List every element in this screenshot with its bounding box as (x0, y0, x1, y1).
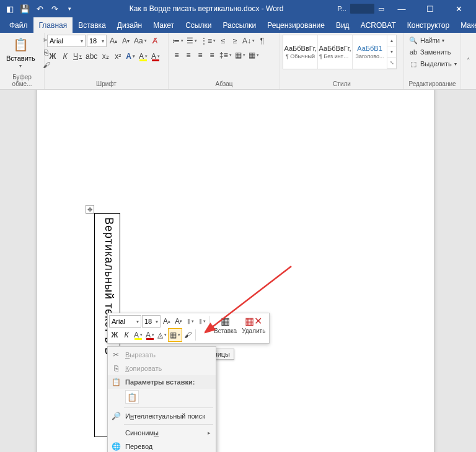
styles-down-icon[interactable]: ▾ (387, 46, 396, 58)
replace-button[interactable]: abЗаменить (407, 46, 453, 58)
clear-format-button[interactable]: A̸ (149, 35, 161, 47)
grow-font-button[interactable]: A▴ (108, 35, 119, 47)
ctx-cut[interactable]: ✂Вырезать (108, 348, 216, 362)
group-editing: 🔍Найти▾ abЗаменить ⬚Выделить▾ Редактиров… (404, 33, 461, 89)
tab-home[interactable]: Главная (33, 17, 73, 33)
align-left-button[interactable]: ≡ (171, 49, 182, 61)
style-no-spacing[interactable]: АаБбВвГг, ¶ Без инте... (318, 35, 353, 69)
style-heading1[interactable]: АаБбВ1 Заголово... (353, 35, 387, 69)
change-case-button[interactable]: Aa (133, 35, 148, 47)
styles-up-icon[interactable]: ▴ (387, 35, 396, 46)
ctx-smart-lookup[interactable]: 🔎Интеллектуальный поиск (108, 409, 216, 423)
highlight-button[interactable]: A (138, 50, 149, 63)
document-area: ✥ Вертикальный текст в В Arial▾ 18▾ A▴ A… (0, 90, 476, 452)
maximize-button[interactable]: ☐ (416, 0, 444, 17)
mini-font-color[interactable]: A (144, 329, 156, 341)
strike-button[interactable]: abc (84, 50, 99, 63)
increase-indent-button[interactable]: ≥ (229, 35, 240, 47)
tab-table-design[interactable]: Конструктор (402, 17, 455, 33)
qat-customize[interactable]: ▾ (63, 2, 76, 15)
tab-acrobat[interactable]: ACROBAT (355, 17, 402, 33)
context-menu: ✂Вырезать ⎘Копировать 📋Параметры вставки… (107, 346, 216, 452)
subscript-button[interactable]: x₂ (100, 50, 111, 63)
mini-shrink-font[interactable]: A▾ (173, 315, 184, 328)
font-color-button[interactable]: A (150, 50, 161, 63)
text-effects-button[interactable]: A (125, 50, 136, 63)
paste-option-icon[interactable]: 📋 (125, 390, 139, 404)
shrink-font-button[interactable]: A▾ (120, 35, 131, 47)
close-button[interactable]: ✕ (445, 0, 472, 17)
mini-align[interactable]: ⦀ (185, 315, 196, 328)
group-styles-label: Стили (283, 79, 401, 89)
mini-borders-button[interactable]: ▦ (169, 329, 182, 341)
bold-button[interactable]: Ж (47, 50, 58, 63)
borders-ribbon-button[interactable]: ▦ (247, 49, 260, 61)
mini-grow-font[interactable]: A▴ (161, 315, 172, 328)
ctx-translate[interactable]: 🌐Перевод (108, 440, 216, 452)
group-clipboard: 📋 Вставить ▾ ✂ ⎘ 🖌 Буфер обме... (0, 33, 45, 89)
mini-bold[interactable]: Ж (109, 329, 120, 341)
ctx-copy[interactable]: ⎘Копировать (108, 362, 216, 375)
tab-references[interactable]: Ссылки (180, 17, 217, 33)
tab-layout[interactable]: Макет (148, 17, 180, 33)
mini-font-combo[interactable]: Arial▾ (109, 315, 141, 328)
window-controls: — ☐ ✕ (388, 0, 472, 17)
tab-design[interactable]: Дизайн (112, 17, 148, 33)
tab-table-layout[interactable]: Макет (455, 17, 476, 33)
mini-format-painter[interactable]: 🖌 (182, 329, 193, 341)
title-bar: ◧ 💾 ↶ ↷ ▾ Как в Ворде писать вертикально… (0, 0, 476, 17)
sort-button[interactable]: A↓ (241, 35, 256, 47)
mini-highlight[interactable]: A (133, 329, 144, 341)
collapse-ribbon-button[interactable]: ˄ (461, 33, 476, 89)
mini-italic[interactable]: К (121, 329, 132, 341)
table-move-handle[interactable]: ✥ (86, 205, 94, 214)
word-icon[interactable]: ◧ (4, 2, 16, 15)
group-paragraph: ≔ ☰ ⋮≡ ≤ ≥ A↓ ¶ ≡ ≡ ≡ ≡ ‡≡ ▦ ▦ Абзац (169, 33, 280, 89)
tab-mailings[interactable]: Рассылки (217, 17, 262, 33)
ctx-synonyms[interactable]: Синонимы▸ (108, 426, 216, 440)
account-box[interactable] (350, 4, 374, 14)
mini-insert-button[interactable]: ▦Вставка (211, 315, 239, 342)
styles-more-icon[interactable]: ⤡ (387, 58, 396, 69)
decrease-indent-button[interactable]: ≤ (218, 35, 229, 47)
multilevel-button[interactable]: ⋮≡ (199, 35, 217, 47)
mini-delete-button[interactable]: ▦✕Удалить (239, 315, 268, 342)
mini-size-combo[interactable]: 18▾ (142, 315, 161, 328)
styles-gallery[interactable]: АаБбВвГг, ¶ Обычный АаБбВвГг, ¶ Без инте… (283, 35, 397, 69)
select-button[interactable]: ⬚Выделить▾ (407, 58, 459, 69)
mini-spacing[interactable]: ⦀ (196, 315, 208, 328)
style-normal[interactable]: АаБбВвГг, ¶ Обычный (283, 35, 318, 69)
ribbon-display-icon[interactable]: ▭ (378, 5, 384, 13)
ctx-paste-header: 📋Параметры вставки: (108, 375, 216, 389)
group-clipboard-label: Буфер обме... (2, 72, 42, 89)
mini-toolbar: Arial▾ 18▾ A▴ A▾ ⦀ ⦀ Ж К A A ◬ ▦ 🖌 (107, 313, 270, 344)
quick-access-toolbar: ◧ 💾 ↶ ↷ ▾ (4, 2, 76, 15)
undo-button[interactable]: ↶ (33, 2, 46, 15)
document-title: Как в Ворде писать вертикально.docx - Wo… (76, 4, 337, 13)
ribbon: 📋 Вставить ▾ ✂ ⎘ 🖌 Буфер обме... Arial▾ … (0, 33, 476, 90)
justify-button[interactable]: ≡ (206, 49, 218, 61)
mini-shading[interactable]: ◬ (156, 329, 168, 341)
find-button[interactable]: 🔍Найти▾ (407, 35, 447, 46)
tab-insert[interactable]: Вставка (73, 17, 112, 33)
numbering-button[interactable]: ☰ (185, 35, 198, 47)
tab-view[interactable]: Вид (330, 17, 355, 33)
superscript-button[interactable]: x² (112, 50, 123, 63)
italic-button[interactable]: К (60, 50, 71, 63)
redo-button[interactable]: ↷ (48, 2, 61, 15)
minimize-button[interactable]: — (388, 0, 415, 17)
tab-file[interactable]: Файл (4, 17, 33, 33)
align-right-button[interactable]: ≡ (195, 49, 206, 61)
shading-button[interactable]: ▦ (234, 49, 247, 61)
bullets-button[interactable]: ≔ (171, 35, 185, 47)
font-size-combo[interactable]: 18▾ (87, 35, 107, 47)
underline-button[interactable]: Ч (72, 50, 83, 63)
paste-button[interactable]: 📋 Вставить ▾ (2, 35, 39, 70)
tab-review[interactable]: Рецензирование (262, 17, 330, 33)
save-button[interactable]: 💾 (19, 2, 31, 15)
group-font-label: Шрифт (47, 79, 165, 89)
line-spacing-button[interactable]: ‡≡ (218, 49, 233, 61)
font-name-combo[interactable]: Arial▾ (47, 35, 86, 47)
show-marks-button[interactable]: ¶ (257, 35, 268, 47)
align-center-button[interactable]: ≡ (183, 49, 194, 61)
